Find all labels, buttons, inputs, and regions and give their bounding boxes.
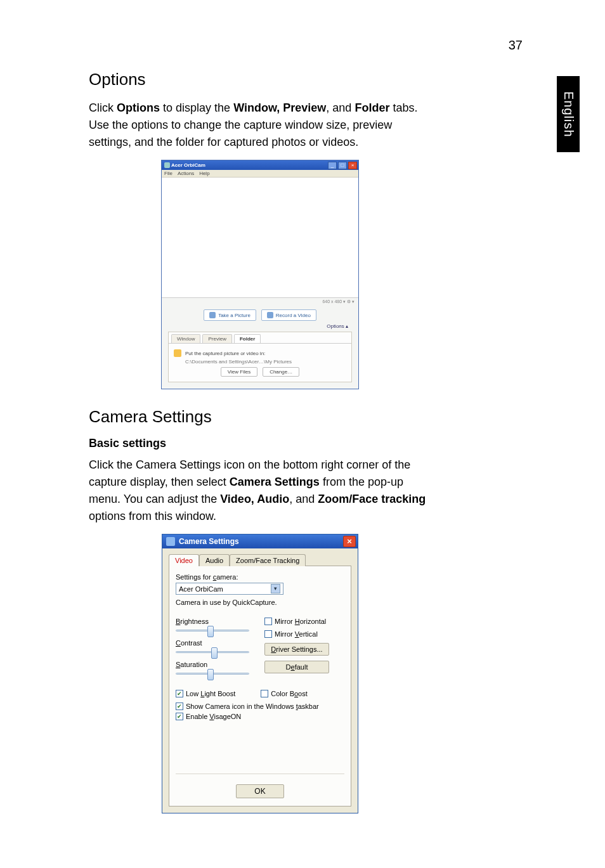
status-bar[interactable]: 640 x 480 ▾ ⚙ ▾: [162, 298, 358, 306]
brightness-label: Brightness: [176, 618, 249, 625]
preview-stage: [162, 178, 358, 298]
bold-window-preview: Window, Preview: [233, 101, 326, 114]
app-icon: [164, 162, 170, 168]
folder-icon: [174, 349, 181, 357]
camera-settings-body: Video Audio Zoom/Face Tracking Settings …: [162, 548, 358, 813]
label: Color Boost: [271, 690, 308, 697]
default-button[interactable]: Default: [264, 661, 329, 673]
tab-zoom-face-tracking[interactable]: Zoom/Face Tracking: [230, 554, 306, 566]
txt: Settings for camera:: [176, 573, 238, 581]
orbicam-titlebar: Acer OrbiCam _ □ ×: [162, 160, 358, 170]
label: Record a Video: [276, 313, 311, 318]
lower-checkboxes: ✔ Low Light Boost Color Boost ✔ Show Cam…: [176, 687, 344, 720]
right-column: Mirror Horizontal Mirror Vertical Driver…: [264, 618, 329, 680]
label: Take a Picture: [218, 313, 250, 318]
checkbox-icon: ✔: [176, 713, 183, 720]
action-row: Take a Picture Record a Video: [162, 306, 358, 323]
txt: , and: [326, 101, 351, 114]
take-picture-button[interactable]: Take a Picture: [204, 309, 256, 321]
camera-in-use-text: Camera in use by QuickCapture.: [176, 599, 344, 606]
menu-help[interactable]: Help: [199, 171, 209, 176]
saturation-slider[interactable]: [176, 670, 249, 677]
tab-audio[interactable]: Audio: [199, 554, 230, 566]
label: Show Camera icon in the Windows taskbar: [186, 703, 319, 710]
video-pane: Settings for camera: Acer OrbiCam ▾ Came…: [169, 566, 351, 806]
basic-settings-subhead: Basic settings: [89, 437, 431, 450]
txt: Click: [89, 101, 114, 114]
label: Low Light Boost: [186, 690, 235, 697]
folder-line-label: Put the captured picture or video in:: [185, 351, 265, 356]
video-icon: [267, 312, 273, 318]
options-panel: Window Preview Folder Put the captured p…: [168, 332, 352, 382]
saturation-label: Saturation: [176, 661, 249, 668]
options-screenshot: Acer OrbiCam _ □ × File Actions Help 640…: [89, 160, 431, 389]
checkbox-icon: [264, 618, 272, 625]
camera-settings-screenshot: Camera Settings × Video Audio Zoom/Face …: [89, 534, 431, 813]
menu-actions[interactable]: Actions: [178, 171, 194, 176]
mirror-horizontal-checkbox[interactable]: Mirror Horizontal: [264, 618, 329, 625]
txt: options from this window.: [89, 510, 216, 522]
folder-tab-body: Put the captured picture or video in: C:…: [169, 343, 351, 382]
page-number: 37: [509, 38, 523, 53]
ok-button[interactable]: OK: [236, 784, 283, 798]
label: Enable VisageON: [186, 713, 241, 720]
divider: [176, 774, 344, 774]
sliders-column: Brightness Contrast Saturation: [176, 612, 249, 680]
label: Mirror Vertical: [275, 630, 318, 638]
window-title: Acer OrbiCam: [171, 162, 327, 168]
orbicam-window: Acer OrbiCam _ □ × File Actions Help 640…: [161, 160, 359, 389]
tab-video[interactable]: Video: [169, 554, 199, 566]
menu-file[interactable]: File: [164, 171, 172, 176]
app-icon: [166, 537, 175, 546]
window-title: Camera Settings: [179, 537, 343, 546]
options-toggle[interactable]: Options ▴: [162, 323, 358, 332]
mirror-vertical-checkbox[interactable]: Mirror Vertical: [264, 630, 329, 638]
language-tab-english[interactable]: English: [557, 76, 580, 152]
page-content: Options Click Options to display the Win…: [0, 0, 514, 813]
label: Mirror Horizontal: [275, 618, 326, 625]
options-heading: Options: [89, 70, 431, 89]
contrast-label: Contrast: [176, 639, 249, 647]
camera-icon: [209, 312, 216, 318]
checkbox-icon: [264, 630, 272, 638]
tab-preview[interactable]: Preview: [202, 334, 231, 343]
camera-select[interactable]: Acer OrbiCam ▾: [176, 583, 283, 595]
record-video-button[interactable]: Record a Video: [261, 309, 316, 321]
view-files-button[interactable]: View Files: [221, 367, 257, 377]
minimize-button[interactable]: _: [328, 162, 337, 169]
settings-for-label: Settings for camera:: [176, 573, 344, 581]
bold-video-audio: Video, Audio: [220, 493, 289, 505]
checkbox-icon: ✔: [176, 690, 183, 697]
driver-settings-button[interactable]: Driver Settings...: [264, 643, 329, 656]
close-button[interactable]: ×: [343, 536, 356, 547]
camera-settings-titlebar: Camera Settings ×: [162, 534, 358, 548]
tabs: Video Audio Zoom/Face Tracking: [169, 554, 351, 566]
selected-camera: Acer OrbiCam: [179, 585, 223, 593]
txt: , and: [289, 493, 315, 505]
checkbox-icon: [261, 690, 268, 697]
close-button[interactable]: ×: [348, 162, 357, 169]
contrast-slider[interactable]: [176, 648, 249, 656]
change-button[interactable]: Change…: [263, 367, 299, 377]
chevron-down-icon: ▾: [271, 584, 280, 593]
tab-window[interactable]: Window: [171, 334, 200, 343]
bold-zoom-face: Zoom/Face tracking: [318, 493, 426, 505]
bold-camera-settings: Camera Settings: [230, 476, 320, 488]
camera-settings-body: Click the Camera Settings icon on the bo…: [89, 457, 431, 525]
low-light-boost-checkbox[interactable]: ✔ Low Light Boost: [176, 690, 235, 697]
options-body: Click Options to display the Window, Pre…: [89, 100, 431, 151]
brightness-slider[interactable]: [176, 626, 249, 634]
enable-visageon-checkbox[interactable]: ✔ Enable VisageON: [176, 713, 344, 720]
folder-path: C:\Documents and Settings\Acer…\My Pictu…: [174, 359, 346, 365]
bold-options: Options: [117, 101, 160, 114]
menu-bar: File Actions Help: [162, 170, 358, 178]
options-tabs: Window Preview Folder: [169, 332, 351, 343]
color-boost-checkbox[interactable]: Color Boost: [261, 690, 308, 697]
checkbox-icon: ✔: [176, 703, 183, 710]
camera-settings-window: Camera Settings × Video Audio Zoom/Face …: [162, 534, 358, 813]
tab-folder[interactable]: Folder: [234, 334, 261, 343]
txt: to display the: [163, 101, 230, 114]
show-camera-icon-checkbox[interactable]: ✔ Show Camera icon in the Windows taskba…: [176, 703, 344, 710]
maximize-button[interactable]: □: [338, 162, 347, 169]
camera-settings-heading: Camera Settings: [89, 407, 431, 427]
